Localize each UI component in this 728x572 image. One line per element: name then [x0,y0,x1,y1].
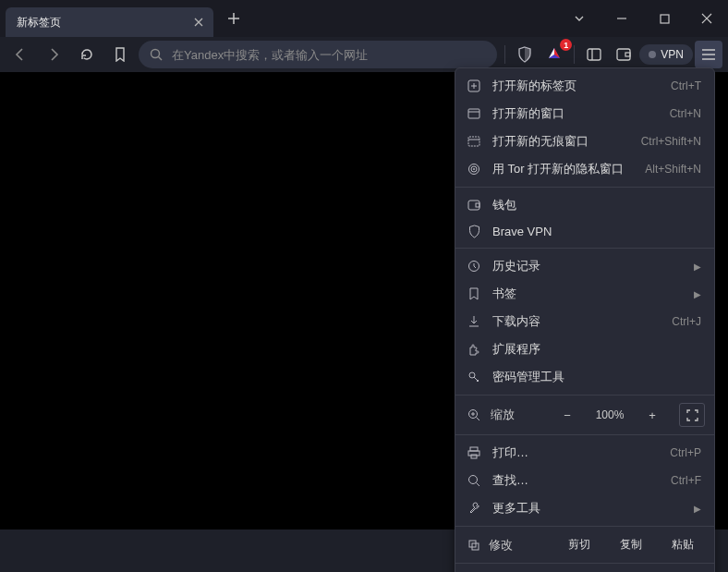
chevron-right-icon: ▶ [694,289,701,299]
window-controls [558,0,728,37]
menu-item-history[interactable]: 历史记录 ▶ [455,252,714,280]
tor-icon [467,163,481,176]
search-icon [150,48,163,61]
address-bar[interactable] [139,41,497,68]
app-menu-button[interactable] [695,41,722,68]
menu-separator [455,434,714,435]
menu-label: 打开新的标签页 [492,78,660,94]
menu-label: 打开新的窗口 [492,105,659,122]
tab-title: 新标签页 [17,15,191,30]
menu-separator [455,395,714,396]
chevron-right-icon: ▶ [694,262,701,272]
menu-shortcut: Ctrl+F [671,474,701,487]
menu-item-edit: 修改 剪切 复制 粘贴 [455,530,714,559]
sidebar-toggle-icon[interactable] [580,41,608,68]
menu-label: 书签 [492,286,683,302]
svg-rect-0 [661,15,669,23]
key-icon [467,371,481,383]
menu-item-passwords[interactable]: 密码管理工具 [455,363,714,391]
menu-label: 打开新的无痕窗口 [492,133,630,150]
bookmark-icon [467,287,481,300]
fullscreen-button[interactable] [679,403,705,427]
reload-button[interactable] [72,40,102,69]
search-icon [467,474,481,487]
history-icon [467,260,481,273]
zoom-in-button[interactable]: + [640,403,664,427]
copy-icon [467,539,481,552]
menu-item-brave-vpn[interactable]: Brave VPN [455,219,714,244]
brave-rewards-icon[interactable]: 1 [540,41,568,68]
paste-button[interactable]: 粘贴 [661,534,705,555]
menu-item-find[interactable]: 查找… Ctrl+F [455,467,714,494]
divider [574,45,575,64]
menu-label: 钱包 [492,197,701,213]
menu-item-new-tab[interactable]: 打开新的标签页 Ctrl+T [455,72,714,100]
svg-rect-16 [470,447,478,451]
menu-item-help[interactable]: 帮助 ▶ [455,567,714,572]
menu-shortcut: Alt+Shift+N [645,163,701,176]
menu-item-bookmarks[interactable]: 书签 ▶ [455,280,714,308]
new-tab-icon [467,79,481,92]
menu-item-new-incognito[interactable]: 打开新的无痕窗口 Ctrl+Shift+N [455,128,714,155]
wallet-icon[interactable] [610,41,637,68]
bookmark-button[interactable] [105,40,135,69]
back-button[interactable] [6,40,35,69]
menu-label: 打印… [492,444,659,461]
menu-label: 用 Tor 打开新的隐私窗口 [492,161,634,177]
cut-button[interactable]: 剪切 [557,534,601,555]
menu-separator [455,187,714,188]
divider [504,45,505,64]
zoom-out-button[interactable]: − [555,403,579,427]
svg-point-1 [152,50,160,58]
maximize-button[interactable] [643,0,686,37]
address-input[interactable] [172,48,486,62]
puzzle-icon [467,343,481,356]
menu-item-wallet[interactable]: 钱包 [455,191,714,219]
vpn-status-dot [649,51,656,58]
chevron-down-icon[interactable] [558,0,601,37]
close-icon[interactable] [191,15,206,30]
svg-point-19 [469,476,478,484]
menu-label: 下载内容 [492,313,661,330]
copy-button[interactable]: 复制 [609,534,653,555]
chevron-right-icon: ▶ [694,504,701,514]
menu-label: Brave VPN [492,225,701,238]
menu-item-print[interactable]: 打印… Ctrl+P [455,439,714,467]
vpn-button[interactable]: VPN [639,44,693,65]
minimize-button[interactable] [601,0,643,37]
menu-item-more-tools[interactable]: 更多工具 ▶ [455,494,714,522]
zoom-value: 100% [588,408,631,421]
download-icon [467,315,481,328]
svg-rect-2 [588,49,601,60]
menu-item-new-window[interactable]: 打开新的窗口 Ctrl+N [455,100,714,128]
menu-separator [455,563,714,564]
menu-item-downloads[interactable]: 下载内容 Ctrl+J [455,308,714,335]
menu-label: 扩展程序 [492,341,701,358]
print-icon [467,446,481,459]
menu-shortcut: Ctrl+T [671,79,701,92]
menu-item-zoom: 缩放 − 100% + [455,399,714,431]
menu-shortcut: Ctrl+J [672,315,701,328]
svg-rect-4 [625,53,630,56]
menu-separator [455,526,714,527]
shields-icon[interactable] [511,41,539,68]
shield-icon [467,225,481,238]
window-icon [467,108,481,119]
svg-rect-12 [476,203,479,207]
vpn-label: VPN [661,48,684,61]
new-tab-button[interactable] [221,6,247,31]
tab-new-tab[interactable]: 新标签页 [6,7,213,37]
notification-badge: 1 [560,39,572,51]
svg-rect-11 [468,201,479,210]
titlebar: 新标签页 [0,0,728,37]
menu-item-extensions[interactable]: 扩展程序 [455,335,714,363]
menu-item-new-tor[interactable]: 用 Tor 打开新的隐私窗口 Alt+Shift+N [455,155,714,183]
svg-rect-3 [617,49,630,60]
app-menu: 打开新的标签页 Ctrl+T 打开新的窗口 Ctrl+N 打开新的无痕窗口 Ct… [455,67,715,572]
menu-label: 缩放 [491,407,546,423]
menu-label: 查找… [492,472,660,489]
close-button[interactable] [686,0,728,37]
menu-label: 历史记录 [492,258,683,274]
menu-label: 更多工具 [492,500,683,517]
forward-button[interactable] [39,40,68,69]
